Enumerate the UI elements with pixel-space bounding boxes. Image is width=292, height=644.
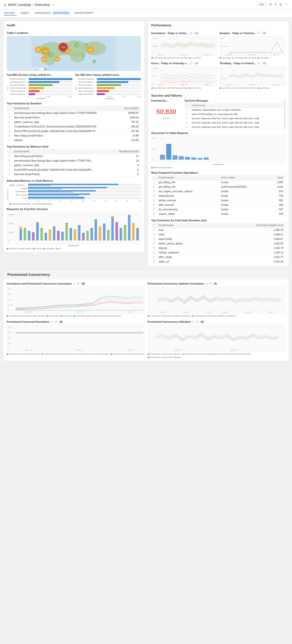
chevron-down-icon[interactable]: ▾ (275, 3, 276, 6)
prov-inv-info[interactable]: ⓘ (77, 282, 79, 285)
table-row: 7release114.60 (7, 138, 141, 143)
prov-util-chart: Provisioned Concurrency Utilization ⚠ ⓘ … (148, 320, 285, 358)
svg-rect-129 (160, 159, 165, 160)
caller-map: 2.5k 6.5k 7.2k 149 11 2.1k (7, 36, 141, 71)
top-duration-table: functionname Avg Duration 1serverlessrep… (7, 106, 141, 143)
filter-bar: account * region * namespace aws/lambda … (0, 9, 292, 18)
prov-invocations-chart: Invocations and Provisioned Concurrency … (7, 282, 145, 317)
filter-namespace[interactable]: namespace aws/lambda (35, 11, 70, 16)
prov-spill-badge[interactable]: -3h (213, 282, 217, 285)
frequent-ops-title: Most Frequent Function Operations (151, 171, 285, 174)
errors-legend: Last Week Last Week Last Week Last Week (151, 87, 217, 89)
prov-spill-title: Provisioned Concurrency Spillover Invoca… (148, 282, 204, 285)
duration-legend: Last Week Last Week Last Week Last Week (220, 57, 285, 59)
table-row: 3gather_customer_data9 (7, 163, 141, 168)
caller-locations-title: Caller Locations (7, 31, 141, 34)
cold-start-table: functionname Cold Start Duration (ms) 1l… (151, 223, 285, 264)
more-icon[interactable]: ⋮ (285, 3, 288, 6)
svg-rect-121 (160, 155, 165, 160)
invocations-info-icon[interactable]: ⓘ (190, 31, 192, 35)
error-label: Errors (163, 117, 170, 119)
prov-spill-info[interactable]: ⓘ (209, 282, 212, 285)
svg-rect-124 (179, 156, 184, 160)
invocations-legend: Last Week Last Week Last Week Last Week (151, 57, 217, 59)
svg-text:Mar 20: Mar 20 (230, 349, 237, 351)
audit-section: Audit Caller Locations (3, 21, 145, 252)
time-range[interactable]: -24h (256, 2, 266, 7)
filter-account[interactable]: account * (4, 11, 17, 16)
table-row: 5SumoCWProcessDLQLambda-7abfc9e0-6a41-11… (7, 129, 141, 134)
svg-rect-51 (36, 222, 39, 224)
svg-rect-125 (185, 157, 190, 160)
svg-rect-56 (57, 231, 60, 240)
table-row: 8column_reflectInvoke556 (151, 212, 285, 216)
svg-text:Mar 19: Mar 19 (157, 84, 164, 85)
fn-col-m: functionname (12, 149, 97, 154)
svg-text:Mar 19: Mar 19 (226, 84, 232, 85)
table-row: 1serverlessrepo-New-Debug-Slack-Large-Sl… (7, 111, 141, 115)
svg-text:Avg Throttling: Avg Throttling (220, 78, 227, 79)
invocations-chart-area: 4,000 2,000 0 Ma (151, 36, 217, 56)
prov-exec-badge[interactable]: -3D (59, 320, 63, 323)
prov-inv-badge[interactable]: -3D (81, 282, 85, 285)
top-functions-memory-block: Top Functions by Memory Used functionnam… (7, 145, 141, 177)
refresh-icon[interactable]: ⟳ (269, 3, 272, 6)
filter-functionname[interactable]: functionname * (74, 11, 94, 16)
filter-region[interactable]: region * (21, 11, 31, 16)
prov-exec-legend: Provisioned Concurrent Executions Provis… (7, 353, 145, 355)
aws-services-bars: lambda.amazonaws.co m apimanager.amazona… (10, 78, 72, 95)
svg-rect-48 (28, 231, 30, 240)
svg-text:Mar 19: Mar 19 (226, 54, 232, 55)
remaining-memory-legend: RemainingMemory (35, 203, 52, 205)
cs-dur-col: Cold Start Duration (ms) (218, 223, 285, 228)
aws-services-y-label: caller (7, 78, 9, 99)
svg-rect-66 (94, 221, 97, 240)
table-row: 1load1,685.34 (151, 228, 285, 232)
throttling-badge[interactable]: -3D (261, 62, 267, 65)
duration-badge[interactable]: -3D (261, 32, 267, 35)
svg-text:Mar 19: Mar 19 (157, 54, 164, 55)
svg-text:50: 50 (8, 343, 10, 344)
throttling-info-icon[interactable]: ⓘ (257, 61, 260, 65)
svg-text:1,000: 1,000 (152, 68, 158, 69)
prov-spill-warn: ⚠ (206, 282, 208, 285)
invocations-badge[interactable]: -3D (194, 32, 199, 35)
error-messages-block: Top Error Messages errorMessage 1Databas… (184, 99, 285, 129)
prov-util-info[interactable]: ⓘ (196, 320, 199, 324)
svg-rect-68 (99, 226, 101, 240)
svg-point-35 (44, 68, 46, 70)
succ-failed-chart: 40k 20k 0 (151, 136, 285, 163)
performance-title: Performance (148, 21, 289, 29)
table-row: 8make_url1,631.36 (151, 260, 285, 264)
svg-rect-61 (74, 229, 76, 240)
svg-rect-45 (20, 229, 22, 240)
errors-info-icon[interactable]: ⓘ (190, 61, 192, 65)
filter-functionname-label: functionname (74, 11, 92, 15)
svg-rect-78 (136, 228, 139, 240)
svg-rect-64 (86, 231, 89, 240)
iam-y-label: caller (75, 78, 77, 99)
errors-badge[interactable]: -3D (194, 62, 199, 65)
duration-info-icon[interactable]: ⓘ (257, 31, 260, 35)
functionname-col-header: functionname (12, 106, 104, 111)
prov-inv-title: Invocations and Provisioned Concurrency … (7, 282, 72, 285)
prov-inv-warn: ⚠ (73, 282, 75, 285)
prov-exec-area: 200 150 100 50 0 Provis (7, 325, 145, 352)
filter-icon[interactable]: ⊟ (279, 3, 282, 6)
prov-util-badge[interactable]: -3D (200, 320, 204, 323)
table-row: 5New-Info-Small-Python6 (7, 172, 141, 177)
svg-text:14:00: 14:00 (183, 311, 188, 313)
duration-chart-block: Duration - Today vs Yesterda... ⓘ -3D 60… (220, 31, 285, 59)
invocations-chart-block: Invocations - Today vs Yester... ⓘ -3D 4… (151, 31, 217, 59)
svg-text:3,000: 3,000 (8, 214, 14, 216)
prov-exec-info[interactable]: ⓘ (55, 320, 57, 324)
filter-namespace-label: namespace (35, 11, 50, 15)
table-row: 3set_engine_execution_optionsInvoke874 (151, 189, 285, 194)
edit-icon[interactable]: ✏ (52, 3, 55, 7)
duration-chart-area: 60k 0 Milliseconds Mar 19 Mar 20 Ma (220, 36, 285, 56)
svg-rect-126 (191, 157, 196, 160)
svg-text:Mar 20: Mar 20 (181, 84, 187, 85)
svg-rect-63 (82, 233, 85, 240)
duration-chart-title: Duration - Today vs Yesterda... (220, 32, 256, 35)
table-row: 3Got error response code from Sumo Logic… (184, 116, 285, 121)
